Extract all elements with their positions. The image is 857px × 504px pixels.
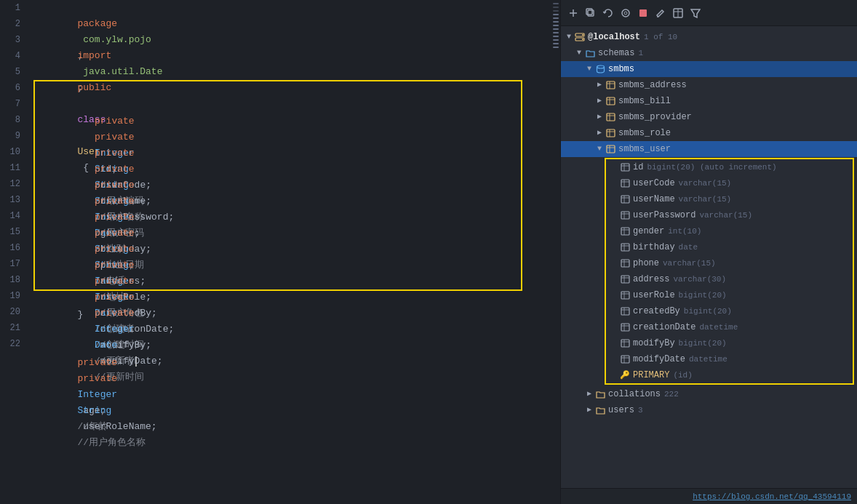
svg-rect-17 [607, 81, 615, 89]
code-content-area[interactable]: package com.ylw.pojo ; import java.util.… [26, 0, 551, 504]
tree-users[interactable]: users 3 [561, 402, 857, 418]
scroll-mark-3 [553, 10, 559, 12]
ln-12: 12 [0, 176, 20, 192]
col-creationdate-icon [619, 321, 631, 333]
tree-collations[interactable]: collations 222 [561, 386, 857, 402]
type-string-22: String [77, 405, 111, 416]
schemas-arrow [574, 48, 584, 58]
ln-1: 1 [0, 0, 20, 16]
filter-icon[interactable] [689, 7, 702, 20]
col-gender[interactable]: gender int(10) [606, 223, 853, 239]
table-icon[interactable] [671, 7, 685, 20]
col-primary-label: PRIMARY [633, 367, 669, 383]
tree-table-user[interactable]: smbms_user [561, 141, 857, 157]
tree-smbms[interactable]: smbms [561, 61, 857, 77]
table-user-arrow [594, 144, 605, 154]
col-modifydate[interactable]: modifyDate datetime [606, 351, 853, 367]
col-gender-label: gender [633, 223, 664, 239]
svg-point-16 [597, 65, 604, 68]
col-creationdate[interactable]: creationDate datetime [606, 319, 853, 335]
scroll-mark-13 [553, 47, 559, 48]
type-integer-17: Integer [95, 324, 135, 335]
key-icon: 🔑 [619, 369, 631, 381]
scroll-mark-12 [553, 43, 559, 44]
users-count: 3 [638, 402, 643, 418]
schema-icon[interactable] [619, 7, 632, 20]
tree-schemas[interactable]: schemas 1 [561, 45, 857, 61]
col-username[interactable]: userName varchar(15) [606, 191, 853, 207]
col-createdby[interactable]: createdBy bigint(20) [606, 303, 853, 319]
smbms-arrow [584, 64, 594, 74]
collations-folder-icon [594, 388, 606, 400]
svg-rect-32 [621, 164, 629, 171]
col-address-type: varchar(30) [673, 271, 726, 287]
refresh-icon[interactable] [602, 7, 615, 20]
tree-table-role[interactable]: smbms_role [561, 125, 857, 141]
close-brace: } [77, 309, 83, 320]
stop-icon[interactable] [637, 7, 650, 20]
url-bar: https://blog.csdn.net/qq_43594119 [561, 488, 857, 504]
kw-public: public [77, 82, 111, 93]
url-link[interactable]: https://blog.csdn.net/qq_43594119 [693, 492, 851, 501]
col-userrole-label: userRole [633, 287, 675, 303]
svg-marker-11 [691, 9, 700, 17]
col-userrole[interactable]: userRole bigint(20) [606, 287, 853, 303]
ln-18: 18 [0, 272, 20, 288]
ln-14: 14 [0, 208, 20, 224]
db-tree[interactable]: @localhost 1 of 10 schemas 1 smbms [561, 26, 857, 488]
tree-table-address[interactable]: smbms_address [561, 77, 857, 93]
col-birthday[interactable]: birthday date [606, 239, 853, 255]
ln-7: 7 [0, 96, 20, 112]
tree-server[interactable]: @localhost 1 of 10 [561, 29, 857, 45]
users-label: users [608, 402, 634, 418]
ln-17: 17 💡 [0, 256, 20, 272]
svg-rect-50 [621, 260, 629, 267]
tree-table-bill[interactable]: smbms_bill [561, 93, 857, 109]
tree-table-provider[interactable]: smbms_provider [561, 109, 857, 125]
svg-point-4 [622, 9, 629, 17]
ln-20: 20 [0, 304, 20, 320]
ln-8: 8 [0, 112, 20, 128]
col-userrole-type: bigint(20) [679, 287, 727, 303]
highlight-region: private Integer id; //id private String … [33, 80, 522, 291]
col-userrole-icon [619, 289, 631, 301]
add-connection-icon[interactable] [567, 7, 580, 20]
code-scrollbar[interactable] [551, 0, 560, 504]
code-area: 1 2 3 4 5 6 7 8 9 10 11 12 13 14 15 16 1… [0, 0, 560, 504]
edit-icon[interactable] [654, 7, 667, 20]
col-usercode[interactable]: userCode varchar(15) [606, 175, 853, 191]
col-id-icon [619, 161, 631, 173]
col-birthday-type: date [679, 239, 698, 255]
svg-rect-44 [621, 228, 629, 235]
col-phone[interactable]: phone varchar(15) [606, 255, 853, 271]
ln-3: 3 [0, 32, 20, 48]
col-username-type: varchar(15) [679, 191, 732, 207]
table-address-arrow [594, 80, 605, 90]
code-line-7: private String userCode; //用户编码 [38, 97, 518, 113]
col-address[interactable]: address varchar(30) [606, 271, 853, 287]
copy-icon[interactable] [584, 7, 597, 20]
columns-highlight-box: id bigint(20) (auto increment) userCode … [605, 158, 854, 385]
col-userpassword[interactable]: userPassword varchar(15) [606, 207, 853, 223]
svg-rect-41 [621, 212, 629, 219]
col-address-icon [619, 273, 631, 285]
ln-4: 4 [0, 48, 20, 64]
ln-19: 19 [0, 288, 20, 304]
ln-5: 5 [0, 64, 20, 80]
svg-point-5 [624, 12, 627, 15]
svg-rect-35 [621, 180, 629, 187]
kw-import: import [77, 50, 111, 61]
collations-label: collations [608, 386, 661, 402]
col-primary[interactable]: 🔑 PRIMARY (id) [606, 367, 853, 383]
smbms-db-icon [594, 63, 606, 75]
table-address-icon [605, 79, 616, 91]
ln-11: 11 [0, 160, 20, 176]
col-id[interactable]: id bigint(20) (auto increment) [606, 159, 853, 175]
col-modifyby[interactable]: modifyBy bigint(20) [606, 335, 853, 351]
ln-6: 6 [0, 80, 20, 96]
svg-rect-6 [639, 9, 647, 17]
package-name: com.ylw.pojo [77, 34, 151, 45]
smbms-label: smbms [608, 61, 634, 77]
svg-rect-59 [621, 308, 629, 315]
col-modifydate-label: modifyDate [633, 351, 685, 367]
